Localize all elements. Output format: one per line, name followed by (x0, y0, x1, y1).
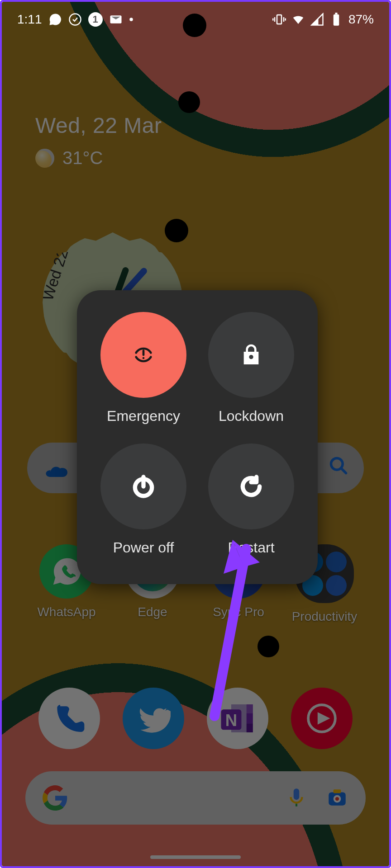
sync-notification-icon (68, 13, 82, 26)
notification-count-badge: 1 (88, 12, 103, 27)
power-off-label: Power off (113, 539, 174, 556)
power-off-icon (131, 474, 156, 499)
svg-rect-21 (334, 14, 339, 26)
lockdown-icon (238, 342, 264, 368)
svg-point-13 (69, 14, 81, 25)
chat-notification-icon (48, 13, 62, 26)
power-menu: Emergency Lockdown Power off (77, 290, 318, 584)
svg-point-24 (143, 357, 145, 359)
cellular-signal-icon (310, 13, 324, 26)
emergency-icon (131, 342, 156, 368)
svg-rect-22 (335, 13, 337, 14)
battery-percentage: 87% (348, 12, 374, 27)
vibrate-icon (272, 13, 286, 26)
svg-rect-16 (277, 15, 281, 24)
battery-icon (329, 13, 343, 26)
camera-cutout (183, 14, 206, 37)
home-screen: Wed, 22 Mar 31°C Wed 22 WhatsApp (2, 2, 389, 866)
wifi-icon (291, 13, 305, 26)
outlook-notification-icon (109, 13, 123, 26)
dot-icon (129, 13, 134, 26)
lockdown-button[interactable]: Lockdown (199, 312, 303, 434)
power-off-button[interactable]: Power off (91, 443, 196, 566)
status-time: 1:11 (17, 12, 42, 27)
restart-button[interactable]: Restart (199, 443, 303, 566)
restart-label: Restart (228, 539, 274, 556)
svg-point-15 (129, 18, 133, 21)
lockdown-label: Lockdown (219, 408, 284, 425)
restart-icon (238, 474, 264, 499)
emergency-label: Emergency (107, 408, 180, 425)
emergency-button[interactable]: Emergency (91, 312, 196, 434)
